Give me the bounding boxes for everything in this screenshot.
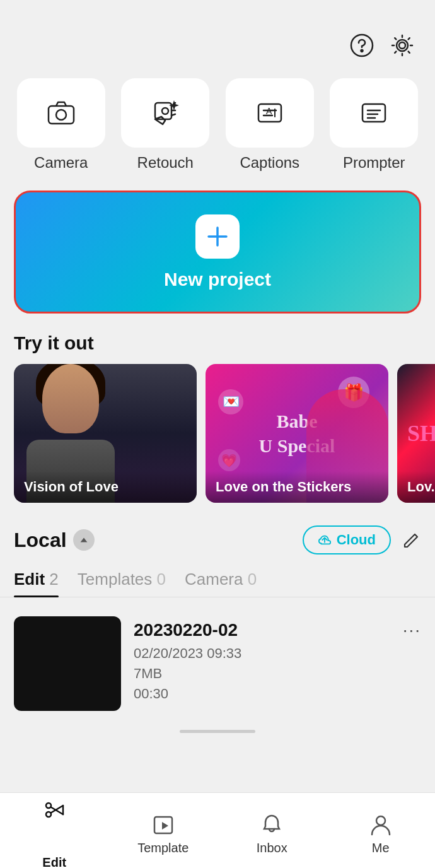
retouch-card [121, 78, 209, 148]
edit-pencil-button[interactable] [402, 531, 421, 549]
tool-camera[interactable]: Camera [17, 78, 105, 172]
tool-prompter[interactable]: Prompter [330, 78, 418, 172]
tab-templates-label: Templates 0 [78, 570, 166, 589]
try-card-0[interactable]: Vision of Love [14, 364, 197, 503]
try-it-out-title: Try it out [0, 326, 435, 364]
nav-template[interactable]: Template [109, 806, 218, 855]
svg-line-14 [51, 806, 63, 813]
svg-marker-17 [162, 822, 168, 830]
svg-point-2 [399, 42, 405, 49]
try-card-label-1: Love on the Stickers [206, 471, 388, 503]
prompter-label: Prompter [343, 154, 405, 172]
file-name-0: 20230220-02 [134, 620, 390, 640]
local-title: Local [14, 529, 67, 552]
tab-camera[interactable]: Camera 0 [185, 561, 257, 597]
svg-point-6 [162, 108, 168, 114]
file-info-0: 20230220-02 02/20/2023 09:33 7MB 00:30 [134, 616, 390, 702]
camera-card [17, 78, 105, 148]
local-title-group: Local [14, 529, 95, 552]
captions-label: Captions [240, 154, 299, 172]
new-project-button[interactable]: New project [14, 191, 421, 314]
captions-card: A [226, 78, 314, 148]
new-project-label: New project [164, 269, 271, 290]
try-card-label-2: Lov... [397, 471, 435, 503]
nav-me[interactable]: Me [327, 806, 436, 855]
svg-point-4 [56, 110, 66, 120]
tab-camera-label: Camera 0 [185, 570, 257, 589]
nav-inbox-label: Inbox [257, 841, 287, 855]
retouch-label: Retouch [137, 154, 194, 172]
file-thumbnail-0[interactable] [14, 616, 121, 711]
help-icon-button[interactable] [348, 32, 376, 59]
tab-edit-label: Edit 2 [14, 570, 59, 589]
prompter-card [330, 78, 418, 148]
file-item-0: 20230220-02 02/20/2023 09:33 7MB 00:30 ·… [0, 610, 435, 724]
try-card-label-0: Vision of Love [14, 471, 197, 503]
svg-rect-10 [362, 104, 385, 122]
try-card-2[interactable]: SH Lov... [397, 364, 435, 503]
nav-edit[interactable]: Edit [0, 791, 109, 868]
cloud-upload-button[interactable]: Cloud [303, 525, 391, 554]
tab-edit[interactable]: Edit 2 [14, 561, 59, 597]
three-dots-icon: ··· [403, 620, 421, 640]
file-date-0: 02/20/2023 09:33 [134, 645, 390, 662]
tool-captions[interactable]: A Captions [226, 78, 314, 172]
local-header: Local Cloud [0, 515, 435, 561]
try-it-out-section: Try it out Vision of Love 🎁 💌 💗 [0, 326, 435, 515]
bottom-nav: Edit Template Inbox Me [0, 792, 435, 868]
camera-label: Camera [34, 154, 88, 172]
local-sort-button[interactable] [73, 529, 95, 551]
scroll-indicator [0, 724, 435, 737]
svg-text:A: A [266, 106, 272, 116]
try-card-1[interactable]: 🎁 💌 💗 BabeU Special Love on the Stickers [206, 364, 388, 503]
local-actions: Cloud [303, 525, 421, 554]
try-scroll-container[interactable]: Vision of Love 🎁 💌 💗 BabeU Special [0, 364, 435, 515]
quick-tools: Camera Retouch A Captions [0, 66, 435, 178]
nav-inbox[interactable]: Inbox [218, 806, 327, 855]
nav-me-label: Me [372, 841, 390, 855]
svg-line-13 [51, 807, 63, 815]
file-duration-0: 00:30 [134, 686, 390, 702]
file-size-0: 7MB [134, 666, 390, 682]
local-tabs: Edit 2 Templates 0 Camera 0 [0, 561, 435, 597]
svg-rect-3 [49, 106, 74, 124]
tool-retouch[interactable]: Retouch [121, 78, 209, 172]
plus-icon [195, 214, 240, 259]
cloud-label: Cloud [337, 532, 376, 548]
nav-edit-label: Edit [42, 855, 66, 868]
header [0, 0, 435, 66]
new-project-wrapper: New project [0, 178, 435, 326]
svg-point-18 [376, 816, 385, 825]
settings-icon-button[interactable] [388, 32, 416, 59]
nav-template-label: Template [137, 841, 188, 855]
scroll-bar [180, 730, 255, 733]
svg-point-1 [361, 50, 363, 52]
tab-templates[interactable]: Templates 0 [78, 561, 166, 597]
file-more-menu-0[interactable]: ··· [403, 616, 421, 640]
